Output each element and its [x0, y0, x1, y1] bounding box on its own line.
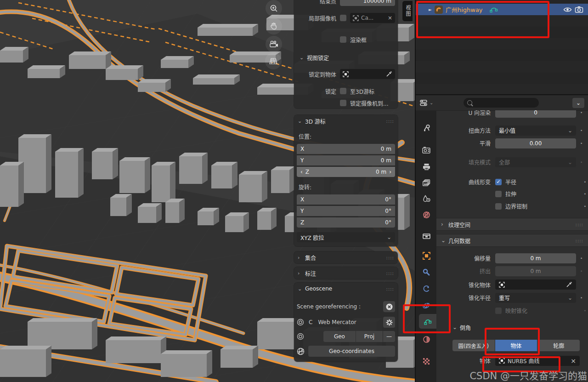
geocoordinates-button[interactable]: Geo-coordinates: [308, 346, 395, 357]
tab-view-layer[interactable]: [418, 175, 435, 190]
close-icon[interactable]: ×: [388, 15, 392, 21]
map-taper-checkbox[interactable]: [495, 308, 502, 314]
cursor-loc-z[interactable]: ‹ Z0 m ›: [297, 167, 395, 177]
eye-icon[interactable]: [563, 6, 572, 13]
taper-radius-dropdown[interactable]: 重写⌄: [495, 293, 576, 303]
eyedropper-icon[interactable]: [566, 281, 572, 288]
drag-grip-icon[interactable]: ::::: [576, 222, 583, 227]
cursor-rot-y[interactable]: Y0°: [297, 206, 395, 216]
tab-physics[interactable]: [418, 298, 435, 313]
animate-dot[interactable]: •: [580, 160, 582, 165]
render-u-field[interactable]: 0: [495, 110, 576, 118]
cursor-panel-header[interactable]: ⌄ 3D 游标 ::::: [294, 115, 398, 127]
lock-to-object-row: 锁定到物体: [297, 68, 395, 80]
pan-hand-icon[interactable]: [266, 18, 282, 34]
animate-dot[interactable]: •: [584, 308, 586, 313]
editor-divider-horizontal[interactable]: [416, 94, 588, 95]
header-menu-button[interactable]: ⌄: [572, 98, 584, 108]
editor-divider-vertical[interactable]: [415, 0, 416, 382]
cursor-rot-z[interactable]: Z0°: [297, 217, 395, 228]
radius-checkbox[interactable]: ✓: [495, 179, 502, 185]
bounds-clamp-checkbox[interactable]: [495, 203, 502, 210]
rotation-mode-dropdown[interactable]: XYZ 欧拉 ⌄: [297, 232, 395, 242]
bevel-object-field[interactable]: NURBS 曲线 ×: [495, 356, 580, 366]
toggle-grid-icon[interactable]: [265, 53, 282, 69]
cursor-rot-x[interactable]: X0°: [297, 194, 395, 205]
camera-view-icon[interactable]: [266, 36, 282, 52]
animate-dot[interactable]: •: [584, 180, 586, 184]
tab-collection[interactable]: [418, 228, 435, 243]
bevel-mode-profile[interactable]: 轮廓: [537, 340, 580, 351]
close-icon[interactable]: ×: [571, 357, 576, 365]
cursor-loc-x[interactable]: X0 m: [297, 144, 395, 154]
drag-grip-icon[interactable]: ::::: [386, 286, 394, 291]
object-name[interactable]: 广州highway: [446, 5, 483, 14]
editor-type-button[interactable]: ⌄: [419, 99, 433, 107]
tab-material[interactable]: [418, 332, 435, 347]
drag-grip-icon[interactable]: ::::: [576, 238, 583, 243]
geocoordinates-row: Geo-coordinates: [297, 345, 395, 357]
clip-end-field[interactable]: 100000 m: [340, 0, 395, 6]
geoscene-header[interactable]: ⌄ Geoscene ::::: [294, 283, 398, 295]
remove-crs-button[interactable]: —: [383, 331, 395, 342]
animate-dot[interactable]: •: [584, 204, 586, 209]
render-region-checkbox[interactable]: [340, 36, 346, 43]
camera-to-view-checkbox[interactable]: [340, 100, 346, 106]
zoom-icon[interactable]: [266, 0, 282, 17]
tab-render[interactable]: [418, 143, 435, 157]
geometry-panel-header[interactable]: ⌄ 几何数据 ::::: [436, 234, 588, 247]
camera-visibility-icon[interactable]: [575, 6, 583, 13]
tab-texture[interactable]: [418, 354, 435, 369]
extrude-field[interactable]: 0 m: [495, 266, 576, 276]
drag-grip-icon[interactable]: ::::: [386, 255, 394, 260]
twist-smooth-field[interactable]: 0.00: [495, 138, 576, 148]
outliner-row-guangzhou-highway[interactable]: ► 广州highway: [416, 4, 588, 15]
clear-georef-button[interactable]: [383, 301, 395, 312]
bevel-subpanel-header[interactable]: ⌄ 倒角: [436, 322, 588, 332]
stretch-checkbox[interactable]: [495, 191, 502, 197]
bevel-mode-object[interactable]: 物体: [495, 340, 537, 351]
texture-space-panel[interactable]: › 纹理空间 ::::: [436, 218, 588, 231]
fill-mode-dropdown[interactable]: 全部⌄: [495, 157, 576, 167]
properties-search[interactable]: [464, 98, 539, 108]
tab-tool[interactable]: [418, 120, 435, 135]
animate-dot[interactable]: •: [584, 192, 586, 196]
animate-dot[interactable]: •: [580, 269, 582, 274]
local-camera-field[interactable]: Ca... ×: [350, 13, 395, 23]
sidebar-tab-view[interactable]: 视图: [402, 1, 413, 21]
tab-scene[interactable]: [418, 191, 435, 206]
tab-modifiers[interactable]: [418, 265, 435, 279]
slider-right-arrow[interactable]: ›: [389, 169, 391, 175]
clip-end-row[interactable]: 结束点 100000 m: [297, 0, 395, 6]
drag-grip-icon[interactable]: ::::: [386, 271, 394, 276]
geo-button[interactable]: Geo: [323, 331, 356, 342]
to-3d-cursor-checkbox[interactable]: [340, 88, 346, 94]
panel-annotations[interactable]: › 标注 ::::: [294, 267, 398, 279]
animate-dot[interactable]: •: [580, 296, 582, 300]
animate-dot[interactable]: •: [580, 110, 582, 115]
twist-method-dropdown[interactable]: 最小值⌄: [495, 125, 576, 136]
local-camera-checkbox[interactable]: [340, 15, 346, 21]
expand-triangle-icon[interactable]: ►: [429, 7, 432, 12]
search-input[interactable]: [475, 99, 523, 107]
bevel-mode-round[interactable]: 圆(四舍五入): [452, 340, 495, 351]
tab-curve-data[interactable]: [419, 314, 436, 329]
animate-dot[interactable]: •: [580, 141, 582, 146]
drag-grip-icon[interactable]: ::::: [386, 119, 394, 124]
panel-collections[interactable]: › 集合 ::::: [294, 251, 398, 263]
tab-world[interactable]: [418, 207, 435, 222]
tab-constraints[interactable]: [418, 281, 435, 296]
proj-button[interactable]: Proj: [356, 331, 383, 342]
offset-field[interactable]: 0 m: [495, 253, 576, 263]
taper-object-field[interactable]: [495, 279, 576, 290]
tab-object[interactable]: [418, 248, 435, 263]
animate-dot[interactable]: •: [580, 128, 582, 133]
crs-settings-button[interactable]: [383, 317, 395, 328]
view-lock-header[interactable]: ⌄ 视图锁定: [296, 51, 396, 63]
tab-output[interactable]: [418, 159, 435, 174]
animate-dot[interactable]: •: [580, 256, 582, 261]
lock-to-object-field[interactable]: [340, 69, 395, 79]
cursor-loc-y[interactable]: Y0 m: [297, 155, 395, 165]
slider-left-arrow[interactable]: ‹: [300, 169, 303, 175]
eyedropper-icon[interactable]: [386, 71, 392, 77]
